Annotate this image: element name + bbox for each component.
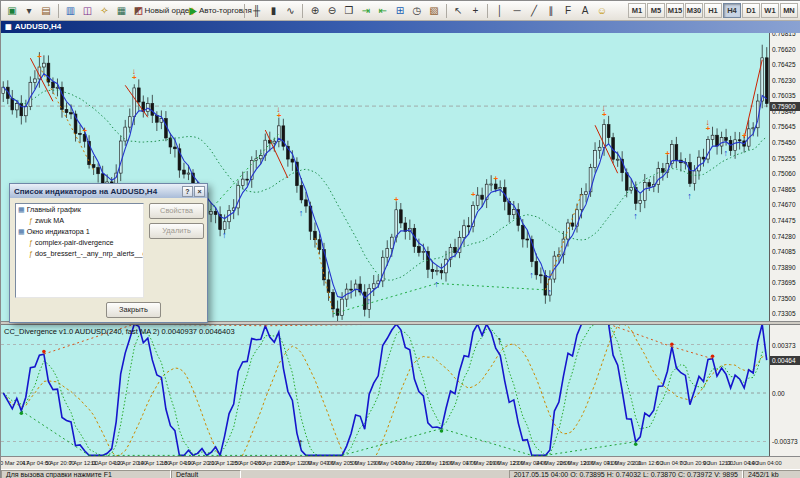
price-axis-label: 0.75645: [772, 123, 796, 130]
indicator-axis[interactable]: 0.003730.00-0.003730.00464: [769, 324, 800, 456]
delete-button[interactable]: Удалить: [149, 223, 204, 239]
market-watch-icon: ▥: [66, 5, 75, 16]
tile-windows-icon: ❒: [344, 5, 353, 16]
tree-item-label: Окно индикатора 1: [27, 227, 90, 236]
price-axis-label: 0.75450: [772, 139, 796, 146]
tree-item-indicator[interactable]: ƒdos_bressert_-_any_nrp_alerts__divergen…: [16, 248, 143, 259]
crosshair-icon: +: [473, 5, 479, 16]
cursor-button[interactable]: ↖: [450, 3, 466, 19]
properties-button[interactable]: Свойства: [149, 203, 204, 219]
trend-line-button[interactable]: ╱: [526, 3, 542, 19]
svg-text:↑: ↑: [434, 279, 439, 289]
svg-text:↑: ↑: [547, 287, 552, 297]
chart-shift-icon: ⇤: [379, 5, 387, 16]
equidistant-channel-button[interactable]: ∥: [543, 3, 559, 19]
dialog-titlebar[interactable]: Список индикаторов на AUDUSD,H4 ? ×: [10, 184, 207, 198]
periods-icon: ◷: [413, 5, 422, 16]
navigator-button[interactable]: ✧: [97, 3, 113, 19]
horizontal-line-icon: ─: [513, 5, 520, 16]
candlestick-chart-button[interactable]: ▮: [265, 3, 281, 19]
svg-text:+: +: [471, 190, 476, 199]
timeframe-buttons: M1M5M15M30H1H4D1W1MN: [627, 3, 798, 18]
zoom-out-button[interactable]: ⊖: [324, 3, 340, 19]
chart-title: AUDUSD,H4: [15, 21, 62, 33]
timeframe-mn-button[interactable]: MN: [780, 3, 798, 18]
timeframe-m1-button[interactable]: M1: [628, 3, 646, 18]
svg-text:↓: ↓: [276, 105, 280, 114]
price-axis-label: 0.76425: [772, 61, 796, 68]
chart-shift-button[interactable]: ⇤: [375, 3, 391, 19]
market-watch-button[interactable]: ▥: [63, 3, 79, 19]
svg-text:+: +: [493, 174, 498, 183]
timeframe-w1-button[interactable]: W1: [761, 3, 779, 18]
timeframe-m5-button[interactable]: M5: [647, 3, 665, 18]
dialog-close-icon[interactable]: ×: [194, 186, 205, 197]
timeframe-h1-button[interactable]: H1: [704, 3, 722, 18]
tile-windows-button[interactable]: ❒: [341, 3, 357, 19]
indicators-button[interactable]: ⊞: [392, 3, 408, 19]
status-spacer: [241, 470, 509, 478]
status-ohlc: 2017.05.15 04:00 O: 0.73895 H: 0.74032 L…: [509, 470, 743, 478]
timeframe-d1-button[interactable]: D1: [742, 3, 760, 18]
svg-text:+: +: [665, 149, 670, 158]
bar-chart-icon: ╫: [253, 5, 260, 16]
price-axis-label: 0.74475: [772, 217, 796, 224]
status-help-text: Для вызова справки нажмите F1: [1, 470, 171, 478]
timeframe-m15-button[interactable]: M15: [666, 3, 684, 18]
new-chart-button[interactable]: ▣: [4, 3, 20, 19]
bar-chart-button[interactable]: ╫: [248, 3, 264, 19]
terminal-button[interactable]: ▦: [114, 3, 130, 19]
text-label-button[interactable]: A: [577, 3, 593, 19]
dialog-help-button[interactable]: ?: [182, 186, 193, 197]
status-traffic: 2452/1 kb: [743, 470, 800, 478]
indicator-title: CC_Divergence v1.0 AUDUSD(240, fast MA 2…: [4, 327, 235, 336]
line-chart-button[interactable]: ∿: [282, 3, 298, 19]
tree-item-label: Главный график: [27, 205, 81, 214]
templates-button[interactable]: ▧: [426, 3, 442, 19]
time-axis[interactable]: 30 Mar 20174 Apr 04:005 Apr 20:007 Apr 1…: [1, 456, 800, 469]
tree-item-group[interactable]: ▦Окно индикатора 1: [16, 226, 143, 237]
chart-window-titlebar[interactable]: ▦ AUDUSD,H4: [1, 21, 800, 33]
svg-text:↑: ↑: [687, 191, 692, 201]
data-window-button[interactable]: ◫: [80, 3, 96, 19]
new-chart-icon: ▣: [7, 5, 16, 16]
tree-item-indicator[interactable]: ƒzwuk MA: [16, 215, 143, 226]
close-button[interactable]: Закрыть: [106, 302, 161, 318]
indicator-svg: ↑↑: [1, 325, 769, 456]
periods-button[interactable]: ◷: [409, 3, 425, 19]
arrows-tool-button[interactable]: ☺: [594, 3, 610, 19]
vertical-line-button[interactable]: │: [492, 3, 508, 19]
chart-icon: ▦: [5, 21, 12, 33]
timeframe-h4-button[interactable]: H4: [723, 3, 741, 18]
tree-item-group[interactable]: ▦Главный график: [16, 204, 143, 215]
profiles-button[interactable]: ▤: [38, 3, 54, 19]
status-profile[interactable]: Default: [171, 470, 241, 478]
line-chart-icon: ∿: [286, 5, 294, 16]
svg-text:+: +: [37, 52, 42, 61]
zoom-in-button[interactable]: ⊕: [307, 3, 323, 19]
tree-item-label: zwuk MA: [35, 216, 64, 225]
toolbar-separator: [446, 4, 447, 18]
autotrading-icon: ▶: [189, 5, 197, 16]
indicator-list[interactable]: ▦Главный графикƒzwuk MA▦Окно индикатора …: [15, 203, 144, 298]
indicator-icon: ƒ: [29, 250, 33, 257]
terminal-icon: ▦: [117, 5, 126, 16]
horizontal-line-button[interactable]: ─: [509, 3, 525, 19]
price-axis[interactable]: 0.768150.766200.764250.762300.760350.758…: [769, 33, 800, 321]
auto-scroll-icon: ⇥: [362, 5, 370, 16]
tree-item-indicator[interactable]: ƒcomplex-pair-divergence: [16, 237, 143, 248]
current-price-box: 0.75900: [770, 102, 800, 111]
price-axis-label: 0.74280: [772, 233, 796, 240]
chart-list-dropdown-button[interactable]: ▾: [21, 3, 37, 19]
timeframe-m30-button[interactable]: M30: [685, 3, 703, 18]
svg-text:↑: ↑: [298, 436, 304, 448]
price-axis-label: 0.74865: [772, 186, 796, 193]
auto-scroll-button[interactable]: ⇥: [358, 3, 374, 19]
autotrading-button[interactable]: ▶Авто-торговля: [201, 3, 240, 19]
price-axis-label: 0.74670: [772, 201, 796, 208]
crosshair-button[interactable]: +: [467, 3, 483, 19]
fibonacci-button[interactable]: F: [560, 3, 576, 19]
new-order-button[interactable]: ▯Новый ордер: [148, 3, 184, 19]
text-label-icon: A: [582, 5, 589, 16]
indicator-panel[interactable]: CC_Divergence v1.0 AUDUSD(240, fast MA 2…: [1, 324, 769, 456]
